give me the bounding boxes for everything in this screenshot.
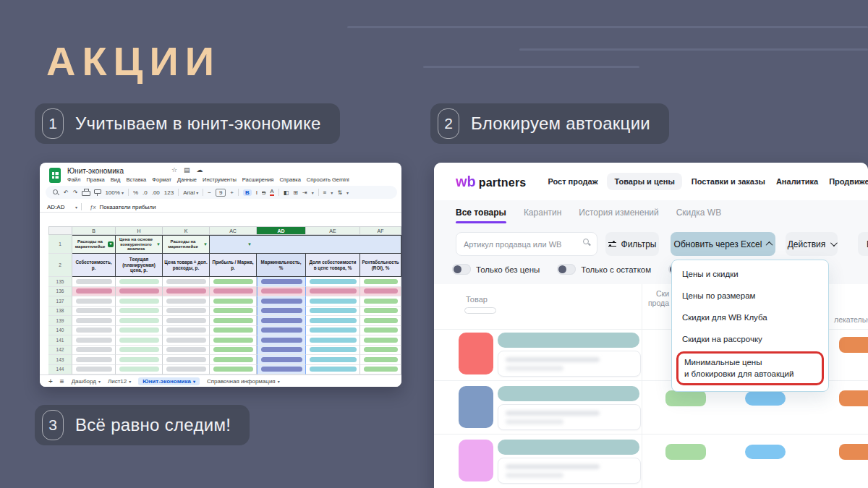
row-header[interactable]: 139 <box>48 316 72 326</box>
search-input[interactable] <box>456 232 597 256</box>
metric-header-cell[interactable]: Маржинальность, % <box>257 254 306 277</box>
filter-icon[interactable]: ▼ <box>247 242 252 247</box>
toggle[interactable]: Только с остатком <box>557 264 651 275</box>
strikethrough-button[interactable]: S <box>262 189 265 196</box>
sheet-tab[interactable]: Юнит-экономика▾ <box>138 377 200 385</box>
sheet-tab[interactable]: Справочная информация▾ <box>207 378 280 385</box>
row-header[interactable]: 137 <box>48 296 72 307</box>
menu-item[interactable]: Файл <box>67 176 80 183</box>
row-header-1[interactable]: 1 <box>48 235 72 254</box>
menu-item[interactable]: Данные <box>177 176 197 183</box>
col-header-K[interactable]: K <box>163 226 210 235</box>
menu-item[interactable]: Формат <box>152 176 171 183</box>
filter-icon[interactable]: ▼ <box>156 242 161 247</box>
filter-header-cell[interactable]: Цена на основе конкурентного анализа▼ <box>116 235 163 254</box>
font-size-input[interactable]: 9 <box>216 189 226 197</box>
row-header[interactable]: 135 <box>48 277 72 287</box>
cloud-icon[interactable]: ☁ <box>197 166 203 174</box>
row-header[interactable]: 144 <box>48 365 72 375</box>
menu-item[interactable]: Скидки для WB Клуба <box>672 307 828 328</box>
menu-item[interactable]: Цены по размерам <box>672 285 828 307</box>
highlighted-menu-item[interactable]: Минимальные ценыи блокировки для автоакц… <box>676 351 824 385</box>
row-header[interactable]: 140 <box>48 326 72 336</box>
selected-range-cell[interactable]: ▼ <box>210 235 401 254</box>
metric-header-cell[interactable]: Себестоимость, р. <box>72 254 116 277</box>
row-header[interactable]: 136 <box>48 287 72 297</box>
price-input[interactable] <box>498 351 641 377</box>
filter-header-cell[interactable]: Расходы на маркетплейсе▼ <box>72 235 116 254</box>
row-header[interactable]: 143 <box>48 355 72 365</box>
nav-item[interactable]: Аналитика <box>775 173 820 190</box>
metric-header-cell[interactable]: Прибыль / Маржа, р. <box>210 254 257 277</box>
menu-item[interactable]: Расширения <box>242 176 274 183</box>
menu-item[interactable]: Вставка <box>126 176 146 183</box>
metric-header-cell[interactable]: Цена товара + доп. расходы, р. <box>163 254 210 277</box>
align-icon[interactable]: ≡ <box>323 189 327 196</box>
text-color-button[interactable]: A <box>270 189 273 196</box>
merge-icon[interactable]: ⇥ <box>302 189 307 196</box>
menu-item[interactable]: Справка <box>279 176 300 183</box>
add-sheet-icon[interactable]: + <box>48 377 53 385</box>
row-header[interactable]: 138 <box>48 307 72 317</box>
col-header-AF[interactable]: AF <box>360 226 401 235</box>
tab[interactable]: История изменений <box>579 207 658 223</box>
nav-item[interactable]: Рост продаж <box>546 173 599 190</box>
borders-icon[interactable]: ⊞ <box>293 189 298 196</box>
minus-button[interactable]: − <box>208 189 211 196</box>
filter-icon[interactable]: ▼ <box>108 241 114 247</box>
row-header[interactable]: 141 <box>48 335 72 346</box>
percent-button[interactable]: % <box>133 189 138 196</box>
tab[interactable]: Скидка WB <box>676 207 721 223</box>
menu-item[interactable]: Вид <box>111 176 121 183</box>
toggle-switch[interactable] <box>557 264 576 275</box>
italic-button[interactable]: I <box>256 189 258 196</box>
metric-header-cell[interactable]: Доля себестоимости в цене товара, % <box>306 254 360 277</box>
name-box[interactable]: AD:AD ▾ <box>47 204 77 210</box>
fill-color-icon[interactable]: ◧ <box>284 189 289 196</box>
corner-cell[interactable] <box>48 226 72 235</box>
menu-item[interactable]: Инструменты <box>203 176 237 183</box>
valign-icon[interactable]: ⇅ <box>337 189 342 196</box>
font-select[interactable]: Arial▾ <box>183 189 198 196</box>
menu-item[interactable]: Спросить Gemini <box>307 176 349 183</box>
formula-text[interactable]: Показатели прибыли <box>99 204 156 210</box>
wb-logo[interactable]: wb partners <box>456 174 526 190</box>
nav-item[interactable]: Поставки и заказы <box>690 173 767 190</box>
metric-header-cell[interactable]: Текущая (планируемая) цена, р. <box>116 254 163 277</box>
nav-item[interactable]: Продвижение <box>827 173 868 190</box>
col-header-AC[interactable]: AC <box>210 226 257 235</box>
dec-inc-button[interactable]: .00 <box>152 189 160 196</box>
zoom-select[interactable]: 100%▾ <box>105 189 123 196</box>
cutoff-button[interactable]: Вс <box>858 232 868 256</box>
sheet-tab[interactable]: Дашборд▾ <box>72 378 101 385</box>
price-input[interactable] <box>498 404 641 430</box>
col-header-B[interactable]: B <box>72 226 116 235</box>
redo-icon[interactable]: ↷ <box>73 189 78 196</box>
filters-button[interactable]: Фильтры <box>605 232 659 256</box>
menu-item[interactable]: Правка <box>86 176 104 183</box>
bold-button[interactable]: B <box>243 189 252 196</box>
col-header-AD[interactable]: AD <box>257 226 306 235</box>
paint-format-icon[interactable] <box>93 189 101 196</box>
col-header-H[interactable]: H <box>116 226 163 235</box>
toggle-switch[interactable] <box>452 264 471 275</box>
row-header[interactable]: 142 <box>48 346 72 356</box>
tab[interactable]: Все товары <box>456 207 506 223</box>
tab[interactable]: Карантин <box>524 207 561 223</box>
sheet-tab[interactable]: Лист12▾ <box>108 378 131 385</box>
metric-header-cell[interactable]: Рентабельность (ROI), % <box>360 254 401 277</box>
undo-icon[interactable]: ↶ <box>64 189 69 196</box>
format-123-button[interactable]: 123 <box>164 189 174 196</box>
actions-button[interactable]: Действия <box>786 232 838 256</box>
folder-icon[interactable]: ▤ <box>184 166 190 174</box>
menu-item[interactable]: Цены и скидки <box>672 263 828 285</box>
row-header-2[interactable]: 2 <box>48 254 72 277</box>
menu-item[interactable]: Скидки на рассрочку <box>672 328 828 350</box>
update-via-excel-button[interactable]: Обновить через Excel <box>671 232 775 256</box>
toggle[interactable]: Только без цены <box>452 264 540 275</box>
filter-icon[interactable]: ▼ <box>203 242 208 247</box>
nav-item[interactable]: Товары и цены <box>607 173 681 190</box>
plus-button[interactable]: + <box>230 189 234 196</box>
col-header-AE[interactable]: AE <box>306 226 360 235</box>
print-icon[interactable] <box>82 189 89 196</box>
